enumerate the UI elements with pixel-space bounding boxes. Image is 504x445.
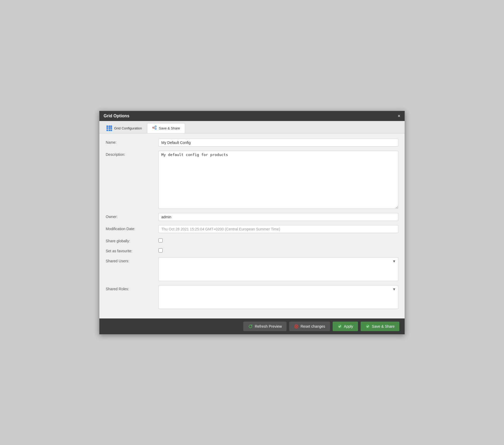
share-globally-label: Share globally: xyxy=(106,237,158,243)
set-as-favourite-checkbox-wrapper xyxy=(158,247,163,253)
owner-row: Owner: xyxy=(106,213,398,221)
apply-check-icon xyxy=(337,324,342,329)
tab-grid-configuration[interactable]: Grid Configuration xyxy=(101,123,147,133)
reset-icon xyxy=(294,324,299,329)
shared-roles-row: Shared Roles: ▼ xyxy=(106,285,398,309)
refresh-icon xyxy=(248,324,253,329)
owner-label: Owner: xyxy=(106,213,158,219)
modification-date-row: Modification Date: xyxy=(106,225,398,233)
name-input[interactable] xyxy=(158,139,398,147)
dialog-title: Grid Options xyxy=(104,114,129,118)
svg-point-8 xyxy=(338,325,342,328)
apply-label: Apply xyxy=(344,324,353,328)
share-globally-checkbox-wrapper xyxy=(158,237,163,243)
refresh-preview-label: Refresh Preview xyxy=(255,324,282,328)
svg-point-9 xyxy=(366,325,370,328)
share-globally-row: Share globally: xyxy=(106,237,398,243)
set-as-favourite-row: Set as favourite: xyxy=(106,247,398,253)
shared-users-label: Shared Users: xyxy=(106,257,158,263)
dialog-footer: Refresh Preview Reset changes Apply xyxy=(99,318,405,334)
grid-icon xyxy=(106,125,112,131)
set-as-favourite-checkbox[interactable] xyxy=(158,248,163,253)
share-globally-checkbox[interactable] xyxy=(158,238,163,243)
apply-button[interactable]: Apply xyxy=(333,322,358,331)
dialog-titlebar: Grid Options × xyxy=(99,111,405,121)
reset-changes-button[interactable]: Reset changes xyxy=(289,322,330,331)
save-share-check-icon xyxy=(365,324,370,329)
owner-input[interactable] xyxy=(158,213,398,221)
name-row: Name: xyxy=(106,139,398,147)
tab-grid-configuration-label: Grid Configuration xyxy=(114,126,142,130)
dialog-content: Name: Description: My default config for… xyxy=(99,133,405,318)
description-label: Description: xyxy=(106,151,158,157)
description-textarea[interactable]: My default config for products xyxy=(158,151,398,209)
tabs-bar: Grid Configuration Save & Share xyxy=(99,121,405,133)
close-button[interactable]: × xyxy=(398,114,400,118)
modification-date-input xyxy=(158,225,398,233)
description-row: Description: My default config for produ… xyxy=(106,151,398,209)
shared-roles-chevron-icon: ▼ xyxy=(392,287,396,291)
shared-users-chevron-icon: ▼ xyxy=(392,259,396,263)
save-share-label: Save & Share xyxy=(372,324,395,328)
tab-save-share[interactable]: Save & Share xyxy=(147,123,185,133)
save-share-button[interactable]: Save & Share xyxy=(361,322,399,331)
name-label: Name: xyxy=(106,139,158,144)
modification-date-label: Modification Date: xyxy=(106,225,158,231)
svg-point-1 xyxy=(155,126,156,127)
svg-point-2 xyxy=(155,128,156,129)
shared-roles-label: Shared Roles: xyxy=(106,285,158,291)
refresh-preview-button[interactable]: Refresh Preview xyxy=(243,322,287,331)
shared-users-row: Shared Users: ▼ xyxy=(106,257,398,281)
shared-users-select[interactable]: ▼ xyxy=(158,257,398,281)
tab-save-share-label: Save & Share xyxy=(159,126,180,130)
shared-roles-select[interactable]: ▼ xyxy=(158,285,398,309)
set-as-favourite-label: Set as favourite: xyxy=(106,247,158,253)
reset-changes-label: Reset changes xyxy=(301,324,325,328)
grid-options-dialog: Grid Options × Grid Configuration xyxy=(99,111,405,335)
share-icon xyxy=(152,125,157,131)
svg-point-0 xyxy=(152,127,154,128)
